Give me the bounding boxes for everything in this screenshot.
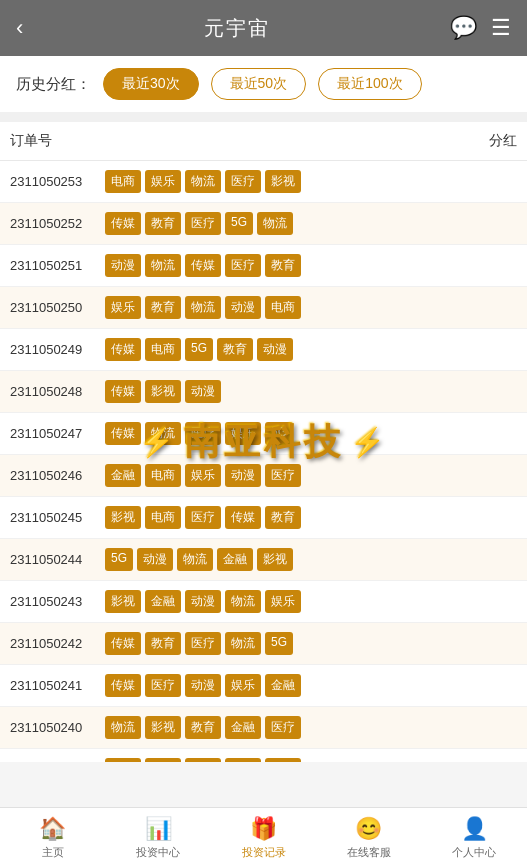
table-row: 2311050241传媒医疗动漫娱乐金融 (0, 665, 527, 707)
tag: 医疗 (265, 464, 301, 487)
filter-btn-30[interactable]: 最近30次 (103, 68, 199, 100)
tag: 金融 (105, 464, 141, 487)
row-tags: 影视电商医疗传媒教育 (105, 506, 477, 529)
tag: 传媒 (105, 422, 141, 445)
row-tags: 传媒影视动漫 (105, 380, 477, 403)
row-tags: 娱乐教育物流动漫电商 (105, 296, 477, 319)
nav-item-home[interactable]: 🏠 主页 (0, 816, 105, 860)
divider (0, 112, 527, 122)
header-actions: 💬 ☰ (450, 15, 511, 41)
filter-label: 历史分红： (16, 75, 91, 94)
tag: 娱乐 (185, 464, 221, 487)
tag: 动漫 (185, 590, 221, 613)
table-row: 2311050249传媒电商5G教育动漫 (0, 329, 527, 371)
row-orderid: 2311050252 (0, 216, 105, 231)
tag: 教育 (265, 506, 301, 529)
row-orderid: 2311050243 (0, 594, 105, 609)
filter-btn-100[interactable]: 最近100次 (318, 68, 421, 100)
nav-item-service[interactable]: 😊 在线客服 (316, 816, 421, 860)
tag: 传媒 (105, 212, 141, 235)
tag: 娱乐 (265, 590, 301, 613)
table-row: 2311050247传媒物流医疗娱乐5G (0, 413, 527, 455)
row-tags: 影视金融动漫物流娱乐 (105, 590, 477, 613)
tag: 电商 (145, 338, 181, 361)
tag: 物流 (225, 632, 261, 655)
nav-label-invest: 投资中心 (136, 845, 180, 860)
tag: 医疗 (225, 170, 261, 193)
col-orderid: 订单号 (0, 132, 105, 150)
row-tags: 5G动漫物流金融影视 (105, 548, 477, 571)
home-icon: 🏠 (39, 816, 66, 842)
menu-icon[interactable]: ☰ (491, 15, 511, 41)
tag: 动漫 (137, 548, 173, 571)
tag: 传媒 (105, 632, 141, 655)
table-row: 2311050252传媒教育医疗5G物流 (0, 203, 527, 245)
tag: 医疗 (145, 674, 181, 697)
tag: 教育 (185, 716, 221, 739)
tag: 动漫 (257, 338, 293, 361)
nav-label-profile: 个人中心 (452, 845, 496, 860)
table-row: 2311050245影视电商医疗传媒教育 (0, 497, 527, 539)
bottom-nav: 🏠 主页 📊 投资中心 🎁 投资记录 😊 在线客服 👤 个人中心 (0, 807, 527, 867)
table-row: 23110502445G动漫物流金融影视 (0, 539, 527, 581)
tag: 电商 (105, 170, 141, 193)
nav-item-invest[interactable]: 📊 投资中心 (105, 816, 210, 860)
tag: 教育 (265, 254, 301, 277)
tag: 影视 (145, 716, 181, 739)
filter-btn-50[interactable]: 最近50次 (211, 68, 307, 100)
tag: 动漫 (105, 254, 141, 277)
tag: 动漫 (225, 758, 261, 762)
page-title: 元宇宙 (204, 15, 270, 42)
nav-item-record[interactable]: 🎁 投资记录 (211, 816, 316, 860)
row-orderid: 2311050241 (0, 678, 105, 693)
tag: 医疗 (185, 506, 221, 529)
tag: 娱乐 (225, 422, 261, 445)
row-orderid: 2311050250 (0, 300, 105, 315)
nav-label-record: 投资记录 (242, 845, 286, 860)
tag: 医疗 (185, 422, 221, 445)
row-tags: 电商传媒金融动漫医疗 (105, 758, 477, 762)
tag: 影视 (257, 548, 293, 571)
tag: 金融 (185, 758, 221, 762)
tag: 金融 (145, 590, 181, 613)
table-container: 订单号 分红 ⚡ 南亚科技 ⚡ 2311050253电商娱乐物流医疗影视2311… (0, 122, 527, 762)
filter-bar: 历史分红： 最近30次 最近50次 最近100次 (0, 56, 527, 112)
tag: 5G (265, 632, 293, 655)
chat-icon[interactable]: 💬 (450, 15, 477, 41)
row-tags: 传媒医疗动漫娱乐金融 (105, 674, 477, 697)
tag: 医疗 (225, 254, 261, 277)
tag: 影视 (145, 380, 181, 403)
profile-icon: 👤 (461, 816, 488, 842)
tag: 教育 (145, 296, 181, 319)
nav-item-profile[interactable]: 👤 个人中心 (422, 816, 527, 860)
tag: 医疗 (265, 758, 301, 762)
table-row: 2311050248传媒影视动漫 (0, 371, 527, 413)
tag: 5G (265, 422, 293, 445)
row-tags: 物流影视教育金融医疗 (105, 716, 477, 739)
row-tags: 传媒教育医疗5G物流 (105, 212, 477, 235)
tag: 娱乐 (225, 674, 261, 697)
tag: 5G (105, 548, 133, 571)
tag: 传媒 (185, 254, 221, 277)
tag: 动漫 (225, 296, 261, 319)
row-tags: 动漫物流传媒医疗教育 (105, 254, 477, 277)
table-row: 2311050239电商传媒金融动漫医疗 (0, 749, 527, 762)
table-row: 2311050251动漫物流传媒医疗教育 (0, 245, 527, 287)
tag: 医疗 (185, 212, 221, 235)
tag: 电商 (105, 758, 141, 762)
row-tags: 传媒电商5G教育动漫 (105, 338, 477, 361)
tag: 影视 (105, 506, 141, 529)
tag: 影视 (265, 170, 301, 193)
table-row: 2311050242传媒教育医疗物流5G (0, 623, 527, 665)
tag: 电商 (265, 296, 301, 319)
header: ‹ 元宇宙 💬 ☰ (0, 0, 527, 56)
tag: 物流 (145, 422, 181, 445)
row-orderid: 2311050246 (0, 468, 105, 483)
back-button[interactable]: ‹ (16, 15, 23, 41)
tag: 金融 (225, 716, 261, 739)
tag: 物流 (105, 716, 141, 739)
tag: 物流 (177, 548, 213, 571)
row-orderid: 2311050249 (0, 342, 105, 357)
row-orderid: 2311050251 (0, 258, 105, 273)
row-orderid: 2311050247 (0, 426, 105, 441)
